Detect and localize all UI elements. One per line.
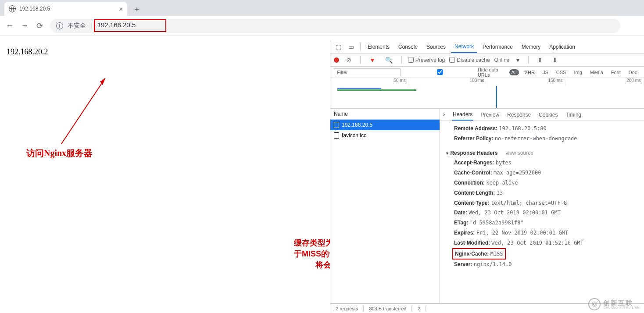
clear-icon[interactable]: ⊘ [343, 55, 354, 65]
svg-marker-1 [100, 78, 105, 85]
device-mode-icon[interactable]: ▭ [346, 42, 357, 52]
status-transferred: 803 B transferred [364, 306, 412, 311]
site-info-icon[interactable]: i [56, 22, 63, 29]
detail-tab-preview[interactable]: Preview [479, 110, 500, 120]
chevron-down-icon[interactable]: ▾ [514, 55, 522, 65]
detail-tab-timing[interactable]: Timing [565, 110, 582, 120]
tab-network[interactable]: Network [451, 41, 477, 53]
filter-type-xhr[interactable]: XHR [522, 69, 537, 75]
tab-application[interactable]: Application [546, 41, 579, 53]
request-row[interactable]: favicon.ico [330, 130, 440, 141]
tab-sources[interactable]: Sources [423, 41, 449, 53]
address-bar[interactable]: i 不安全 | 192.168.20.5 [50, 19, 620, 33]
filter-type-css[interactable]: CSS [554, 69, 569, 75]
globe-icon [9, 5, 16, 12]
url-highlight-box: 192.168.20.5 [94, 19, 167, 32]
header-referrer-policy: Referrer Policy: no-referrer-when-downgr… [445, 134, 639, 144]
network-toolbar: ⊘ ▼ 🔍 Preserve log Disable cache Online … [330, 53, 644, 67]
response-header-row: Connection: keep-alive [445, 178, 639, 188]
filter-type-font[interactable]: Font [609, 69, 623, 75]
response-header-row: Accept-Ranges: bytes [445, 158, 639, 168]
document-icon [334, 132, 339, 139]
online-status[interactable]: Online [494, 57, 510, 63]
response-header-row: Last-Modified: Wed, 23 Oct 2019 01:52:16… [445, 238, 639, 248]
tab-title: 192.168.20.5 [19, 6, 115, 12]
request-detail: × Headers Preview Response Cookies Timin… [440, 109, 644, 303]
tab-memory[interactable]: Memory [518, 41, 544, 53]
insecure-label: 不安全 [68, 22, 86, 30]
page-body-text: 192.168.20.2 [7, 47, 48, 57]
response-header-row: Server: nginx/1.14.0 [445, 260, 639, 270]
hide-data-urls-checkbox[interactable]: Hide data URLs [404, 67, 506, 78]
back-button[interactable]: ← [5, 21, 14, 30]
watermark-logo-icon: Ⓒ [588, 298, 601, 310]
forward-button[interactable]: → [20, 21, 29, 30]
response-header-row: Expires: Fri, 22 Nov 2019 02:00:01 GMT [445, 228, 639, 238]
annotation-text-1: 访问Nginx服务器 [26, 147, 93, 159]
status-extra: 2 [412, 306, 426, 311]
inspect-icon[interactable]: ⬚ [333, 42, 344, 52]
browser-toolbar: ← → ⟳ i 不安全 | 192.168.20.5 [0, 16, 644, 36]
tab-elements[interactable]: Elements [364, 41, 393, 53]
devtools-tab-bar: ⬚ ▭ Elements Console Sources Network Per… [330, 40, 644, 53]
devtools-panel: ⬚ ▭ Elements Console Sources Network Per… [330, 40, 644, 313]
response-headers-section[interactable]: Response Headersview source [445, 148, 639, 158]
waterfall-overview[interactable]: 50 ms 100 ms 150 ms 200 ms [330, 78, 644, 109]
tab-performance[interactable]: Performance [479, 41, 516, 53]
preserve-log-checkbox[interactable]: Preserve log [408, 57, 445, 63]
browser-tab[interactable]: 192.168.20.5 × [4, 2, 127, 16]
record-button[interactable] [334, 57, 339, 63]
status-requests: 2 requests [330, 306, 364, 311]
disable-cache-checkbox[interactable]: Disable cache [449, 57, 490, 63]
filter-type-js[interactable]: JS [540, 69, 551, 75]
download-icon[interactable]: ⬇ [550, 55, 560, 65]
filter-input[interactable] [334, 68, 401, 76]
name-column-header[interactable]: Name [330, 109, 440, 120]
reload-button[interactable]: ⟳ [35, 21, 44, 30]
tab-console[interactable]: Console [395, 41, 421, 53]
upload-icon[interactable]: ⬆ [535, 55, 545, 65]
filter-icon[interactable]: ▼ [367, 55, 378, 65]
page-viewport: 192.168.20.2 访问Nginx服务器 缓存类型为MISS，关 于MIS… [0, 36, 644, 313]
request-list: Name 192.168.20.5 favicon.ico [330, 109, 440, 303]
url-text: 192.168.20.5 [97, 21, 136, 28]
detail-tab-headers[interactable]: Headers [452, 109, 473, 121]
response-header-row: Content-Type: text/html; charset=UTF-8 [445, 198, 639, 208]
detail-tab-response[interactable]: Response [506, 110, 532, 120]
filter-type-doc[interactable]: Doc [626, 69, 640, 75]
svg-line-0 [61, 78, 105, 144]
response-header-row: ETag: "d-5958a2a9981f8" [445, 218, 639, 228]
search-icon[interactable]: 🔍 [383, 55, 395, 65]
filter-type-img[interactable]: Img [572, 69, 584, 75]
response-header-row: Date: Wed, 23 Oct 2019 02:00:01 GMT [445, 208, 639, 218]
response-header-row: Cache-Control: max-age=2592000 [445, 168, 639, 178]
annotation-arrow-1 [53, 74, 114, 153]
new-tab-button[interactable]: + [131, 4, 143, 16]
detail-tab-bar: × Headers Preview Response Cookies Timin… [440, 109, 644, 121]
network-filter-bar: Hide data URLs All XHR JS CSS Img Media … [330, 67, 644, 78]
document-icon [334, 122, 339, 128]
response-header-row: Content-Length: 13 [445, 188, 639, 198]
response-header-row: Nginx-Cache: MISS [445, 248, 639, 260]
network-body: Name 192.168.20.5 favicon.ico × Headers … [330, 109, 644, 303]
header-remote-address: Remote Address: 192.168.20.5:80 [445, 124, 639, 134]
browser-tab-bar: 192.168.20.5 × + [0, 0, 644, 16]
detail-tab-cookies[interactable]: Cookies [538, 110, 558, 120]
filter-type-media[interactable]: Media [588, 69, 605, 75]
request-row[interactable]: 192.168.20.5 [330, 120, 440, 130]
filter-type-all[interactable]: All [509, 69, 519, 75]
watermark: Ⓒ 创新互联 CHUANG XIN HU LIAN [588, 298, 640, 310]
headers-pane: Remote Address: 192.168.20.5:80 Referrer… [440, 121, 644, 272]
close-tab-icon[interactable]: × [119, 5, 123, 13]
close-detail-icon[interactable]: × [443, 112, 446, 118]
